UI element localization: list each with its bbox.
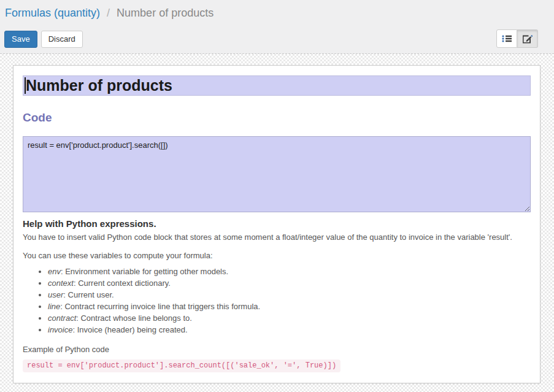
header: Formulas (quantity) / Number of products… [0,0,554,54]
text-cursor [25,77,26,94]
list-item: invoice: Invoice (header) being created. [48,324,531,336]
variable-name: user [48,290,63,299]
list-icon [502,34,512,43]
breadcrumb-separator: / [103,7,113,19]
variable-desc: : Contract recurring invoice line that t… [60,302,260,311]
variable-name: line [48,302,60,311]
breadcrumb-current: Number of products [117,7,214,19]
variable-desc: : Contract whose line belongs to. [76,313,192,323]
form-view-background: Code result = env['product.product'].sea… [0,54,554,392]
edit-icon [523,34,533,44]
list-item: line: Contract recurring invoice line th… [48,301,531,312]
help-paragraph-1: You have to insert valid Python code blo… [23,231,531,243]
discard-button[interactable]: Discard [41,31,83,48]
variables-list: env: Environment variable for getting ot… [48,266,531,336]
app-window: Formulas (quantity) / Number of products… [0,0,554,392]
breadcrumb-parent-link[interactable]: Formulas (quantity) [5,7,100,19]
list-view-button[interactable] [496,29,517,48]
variable-desc: : Current context dictionary. [74,279,171,288]
variable-desc: : Environment variable for getting other… [61,267,228,276]
formula-code-textarea[interactable]: result = env['product.product'].search([… [23,136,531,212]
example-label: Example of Python code [23,345,531,354]
help-paragraph-2: You can use these variables to compute y… [23,250,531,261]
breadcrumb: Formulas (quantity) / Number of products [0,0,554,20]
example-code-snippet: result = env['product.product'].search_c… [23,359,340,372]
variable-name: context [48,279,74,288]
variable-desc: : Invoice (header) being created. [72,325,187,334]
list-item: context: Current context dictionary. [48,277,531,289]
toolbar: Save Discard [4,31,83,48]
variable-name: invoice [48,325,72,334]
help-heading: Help with Python expressions. [23,218,531,229]
list-item: user: Current user. [48,289,531,301]
save-button[interactable]: Save [4,31,37,48]
record-name-input[interactable] [23,75,531,96]
form-sheet: Code result = env['product.product'].sea… [13,65,541,383]
code-section-heading: Code [23,111,531,125]
variable-desc: : Current user. [63,290,113,299]
list-item: contract: Contract whose line belongs to… [48,312,531,324]
list-item: env: Environment variable for getting ot… [48,266,531,277]
variable-name: env [48,267,61,276]
form-view-button[interactable] [517,29,538,48]
variable-name: contract [48,313,76,323]
view-switcher [496,29,538,48]
title-field-wrap [23,75,531,96]
